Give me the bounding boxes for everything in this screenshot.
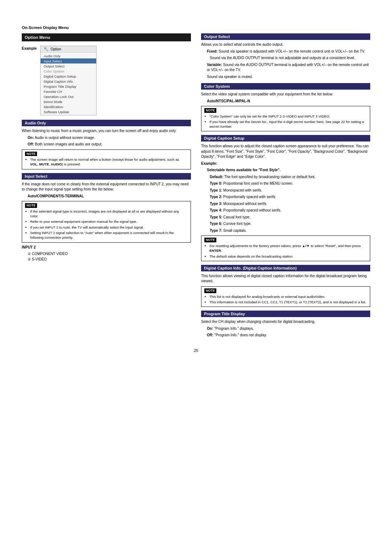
menu-item-digital-caption-setup: Digital Caption Setup	[41, 74, 96, 79]
menu-mockup: 🔧 Option Audio Only Input Select Output …	[40, 46, 97, 115]
program-title-display-content: Select the CH display when changing chan…	[201, 319, 370, 338]
program-title-display-header: Program Title Display	[201, 311, 370, 317]
menu-item-audio-only: Audio Only	[41, 53, 96, 58]
digital-caption-info-header: Digital Caption Info. (Digital Caption I…	[201, 265, 370, 271]
digital-caption-setup-note: NOTE For resetting adjustments to the fa…	[201, 235, 370, 261]
digital-caption-setup-header: Digital Caption Setup	[201, 135, 370, 141]
input2-item-1: ① COMPONENT VIDEO	[28, 251, 191, 257]
digital-caption-setup-section: Digital Caption Setup This function allo…	[201, 135, 370, 261]
digital-caption-info-content: This function allows viewing of digital …	[201, 274, 370, 307]
page-header: On-Screen Display Menu	[22, 25, 370, 30]
menu-item-output-select: Output Select	[41, 63, 96, 69]
color-system-header: Color System	[201, 83, 370, 90]
menu-item-input-select: Input Select	[41, 58, 96, 63]
output-select-section: Output Select Allows you to select what …	[201, 33, 370, 79]
menu-item-operation-lock: Operation Lock Out	[41, 94, 96, 99]
page-number: 25	[22, 348, 370, 353]
menu-item-demo-mode: Demo Mode	[41, 99, 96, 104]
output-select-content: Allows you to select what controls the a…	[201, 42, 370, 79]
output-select-header: Output Select	[201, 33, 370, 40]
digital-caption-info-section: Digital Caption Info. (Digital Caption I…	[201, 265, 370, 307]
input-select-section: Input Select If the image does not come …	[22, 173, 191, 262]
input-select-header: Input Select	[22, 173, 191, 180]
input2-item-2: ② S-VIDEO	[28, 257, 191, 262]
audio-only-content: When listening to music from a music pro…	[22, 128, 191, 169]
audio-only-header: Audio Only	[22, 120, 191, 126]
menu-item-favorite-ch: Favorite CH	[41, 89, 96, 94]
menu-item-color-system: Color System	[41, 69, 96, 74]
color-system-section: Color System Select the video signal sys…	[201, 83, 370, 131]
color-system-note: NOTE "Color System" can only be set for …	[201, 106, 370, 131]
audio-only-section: Audio Only When listening to music from …	[22, 120, 191, 169]
menu-icon: 🔧	[44, 47, 49, 52]
menu-item-software-update: Software Update	[41, 109, 96, 114]
input-select-note: NOTE If the selected signal type is inco…	[22, 201, 191, 242]
input-select-content: If the image does not come in clearly fr…	[22, 182, 191, 262]
digital-caption-setup-content: This function allows you to adjust the c…	[201, 144, 370, 261]
program-title-display-section: Program Title Display Select the CH disp…	[201, 311, 370, 338]
menu-title: Option	[50, 47, 61, 51]
menu-item-program-title: Program Title Display	[41, 84, 96, 89]
option-menu-header: Option Menu	[22, 33, 191, 41]
digital-caption-info-note: NOTE This list is not displayed for anal…	[201, 286, 370, 307]
audio-only-note: NOTE The screen image will return to nor…	[22, 149, 191, 169]
menu-item-identification: Identification	[41, 104, 96, 109]
menu-item-digital-caption-info: Digital Caption Info.	[41, 79, 96, 84]
color-system-content: Select the video signal system compatibl…	[201, 92, 370, 131]
example-label: Example	[22, 46, 37, 50]
